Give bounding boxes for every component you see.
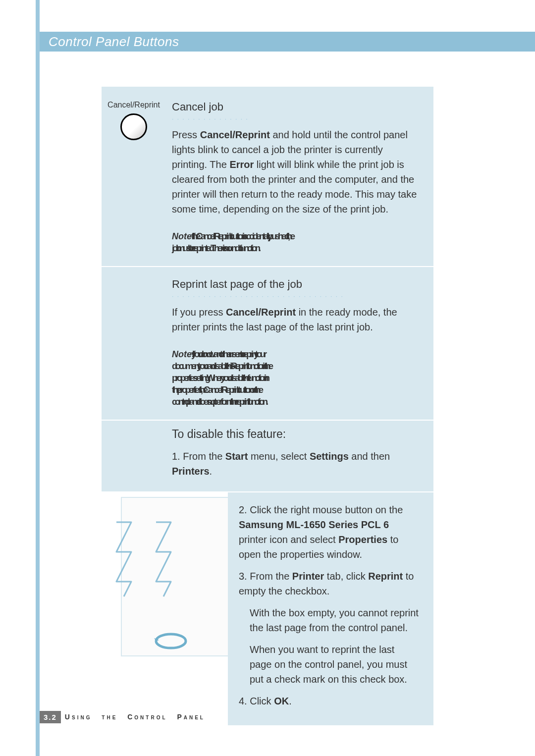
cancel-reprint-button-icon [120,113,147,140]
cancel-job-body: Press Cancel/Reprint and hold until the … [172,127,419,216]
section-cancel-job: Cancel/Reprint Cancel job · · · · · · · … [102,87,433,266]
section-disable: To disable this feature: 1. From the Sta… [102,421,433,491]
step-1: 1. From the Start menu, select Settings … [172,449,419,479]
cancel-job-title: Cancel job [172,101,419,113]
illustration-container [102,492,228,676]
separator-dots: · · · · · · · · · · · · · · · [172,115,419,120]
reprint-body: If you press Cancel/Reprint in the ready… [172,305,419,334]
step-2: 2. Click the right mouse button on the S… [239,502,419,562]
step-3-extra-2: When you want to reprint the last page o… [250,642,419,687]
header-title: Control Panel Buttons [49,34,179,50]
left-margin-stripe [36,0,40,756]
steps-content: 2. Click the right mouse button on the S… [228,492,433,725]
section-reprint: Reprint last page of the job · · · · · ·… [102,267,433,420]
reprint-note: Note: If you do not want other users to … [172,348,419,408]
side-spacer-2 [102,421,166,491]
reprint-title: Reprint last page of the job [172,278,419,291]
properties-illustration-icon [102,492,228,676]
disable-title: To disable this feature: [172,428,419,441]
bottom-row: 2. Click the right mouse button on the S… [102,492,433,725]
step-3: 3. From the Printer tab, click Reprint t… [239,569,419,598]
separator-dots-2: · · · · · · · · · · · · · · · · · · · · … [172,293,419,298]
header-bar: Control Panel Buttons [40,32,535,52]
page-footer: 3.2 Using the Control Panel [40,709,535,724]
step-3-extra-1: With the box empty, you cannot reprint t… [250,605,419,635]
cancel-job-note: Note: If the Cancel/Reprint button is ac… [172,230,419,254]
button-label: Cancel/Reprint [102,101,166,109]
main-content: Cancel/Reprint Cancel job · · · · · · · … [102,87,433,725]
side-spacer [102,267,166,420]
step-4: 4. Click OK. [239,694,419,708]
side-button-area: Cancel/Reprint [102,87,166,266]
page-number-badge: 3.2 [40,711,61,723]
footer-chapter-title: Using the Control Panel [65,713,205,721]
svg-rect-0 [121,497,228,656]
